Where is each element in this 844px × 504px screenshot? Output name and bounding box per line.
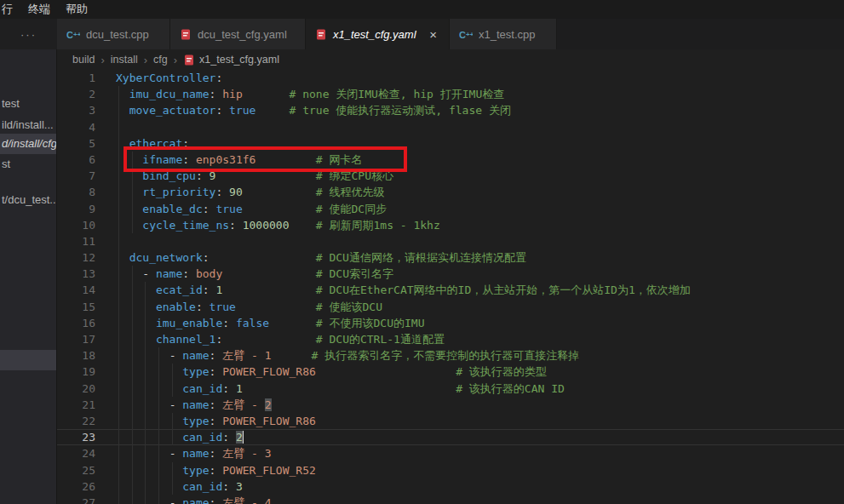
breadcrumb-segment[interactable]: cfg <box>153 54 168 66</box>
line-number: 1 <box>57 70 116 86</box>
indent-guide <box>145 413 146 429</box>
code-line[interactable]: 12 dcu_network: # DCU通信网络，请根据实机连接情况配置 <box>57 249 844 266</box>
breadcrumb-file[interactable]: x1_test_cfg.yaml <box>183 54 279 66</box>
line-number: 14 <box>57 282 116 298</box>
editor-pane: build›install›cfg›x1_test_cfg.yaml 1Xybe… <box>57 49 844 504</box>
code-area[interactable]: 1XyberController:2 imu_dcu_name: hip # n… <box>57 70 844 504</box>
line-number: 8 <box>57 184 116 200</box>
code-line[interactable]: 14 ecat_id: 1 # DCU在EtherCAT网络中的ID，从主站开始… <box>57 282 844 298</box>
editor-tab[interactable]: C++x1_test.cpp <box>450 19 557 49</box>
indent-guide <box>118 201 119 217</box>
code-line[interactable]: 18 - name: 左臂 - 1 # 执行器索引名字，不需要控制的执行器可直接… <box>57 347 844 364</box>
tab-bar: ··· C++dcu_test.cppdcu_test_cfg.yamlx1_t… <box>0 19 844 49</box>
code-line[interactable]: 8 rt_priority: 90 # 线程优先级 <box>57 184 844 200</box>
code-line[interactable]: 16 imu_enable: false # 不使用该DCU的IMU <box>57 315 844 331</box>
side-panel-item[interactable]: d/install/cfg <box>0 134 57 154</box>
code-line[interactable]: 13 - name: body # DCU索引名字 <box>57 266 844 282</box>
code-line-text: bind_cpu: 9 # 绑定CPU核心 <box>116 168 844 184</box>
code-line[interactable]: 17 channel_1: # DCU的CTRL-1通道配置 <box>57 331 844 347</box>
editor-tab[interactable]: C++dcu_test.cpp <box>57 19 170 49</box>
side-panel-item[interactable]: test <box>0 94 57 114</box>
indent-guide <box>132 217 133 233</box>
line-number: 7 <box>57 168 116 184</box>
menu-item[interactable]: 终端 <box>20 0 58 19</box>
line-number: 5 <box>57 135 116 152</box>
side-panel-item[interactable] <box>0 350 57 370</box>
code-line[interactable]: 20 can_id: 1 # 该执行器的CAN ID <box>57 381 844 397</box>
code-line-text <box>116 233 844 249</box>
indent-guide <box>118 495 119 504</box>
indent-guide <box>172 364 173 380</box>
code-line[interactable]: 2 imu_dcu_name: hip # none 关闭IMU检查, hip … <box>57 86 844 102</box>
code-line[interactable]: 21 - name: 左臂 - 2 <box>57 397 844 413</box>
code-line[interactable]: 10 cycle_time_ns: 1000000 # 刷新周期1ms - 1k… <box>57 217 844 233</box>
code-line[interactable]: 7 bind_cpu: 9 # 绑定CPU核心 <box>57 168 844 184</box>
indent-guide <box>145 462 146 478</box>
indent-guide <box>172 381 173 397</box>
indent-guide <box>145 299 146 315</box>
indent-guide <box>118 168 119 184</box>
tab-label: x1_test.cpp <box>479 28 536 41</box>
indent-guide <box>145 364 146 380</box>
side-panel-item[interactable]: ild/install... <box>0 115 57 135</box>
indent-guide <box>158 478 159 495</box>
indent-guide <box>118 249 119 266</box>
code-line-text: imu_enable: false # 不使用该DCU的IMU <box>116 315 844 331</box>
menu-item[interactable]: 行 <box>0 0 20 19</box>
code-line[interactable]: 3 move_actuator: true # true 使能执行器运动测试, … <box>57 102 844 118</box>
code-line[interactable]: 4 <box>57 119 844 135</box>
tab-overflow-button[interactable]: ··· <box>0 19 57 49</box>
indent-guide <box>132 184 133 200</box>
cpp-file-icon: C++ <box>66 28 80 41</box>
indent-guide <box>145 429 146 445</box>
indent-guide <box>118 429 119 445</box>
indent-guide <box>145 282 146 298</box>
breadcrumb-segment[interactable]: install <box>111 54 138 66</box>
code-line-text: cycle_time_ns: 1000000 # 刷新周期1ms - 1khz <box>116 217 844 233</box>
code-line-text: - name: 左臂 - 3 <box>116 445 844 461</box>
yaml-file-icon <box>183 54 195 66</box>
code-line[interactable]: 6 ifname: enp0s31f6 # 网卡名 <box>57 152 844 168</box>
side-panel-item[interactable]: st <box>0 154 57 175</box>
editor-tab[interactable]: x1_test_cfg.yaml× <box>306 19 450 49</box>
code-line[interactable]: 27 - name: 左臂 - 4 <box>57 495 844 504</box>
indent-guide <box>132 152 133 168</box>
indent-guide <box>118 135 119 152</box>
code-line[interactable]: 9 enable_dc: true # 使能DC同步 <box>57 201 844 217</box>
side-panel-item[interactable]: t/dcu_test... <box>0 190 57 210</box>
menu-item[interactable]: 帮助 <box>58 0 95 19</box>
code-line[interactable]: 24 - name: 左臂 - 3 <box>57 445 844 461</box>
tab-label: dcu_test.cpp <box>86 28 149 41</box>
indent-guide <box>118 233 119 249</box>
code-line[interactable]: 25 type: POWER_FLOW_R52 <box>57 462 844 478</box>
code-line-text: XyberController: <box>116 70 844 86</box>
code-line[interactable]: 15 enable: true # 使能该DCU <box>57 299 844 315</box>
code-line-text: can_id: 1 # 该执行器的CAN ID <box>116 381 844 397</box>
indent-guide <box>132 462 133 478</box>
indent-guide <box>145 445 146 461</box>
code-line-text <box>116 119 844 135</box>
code-line-text: imu_dcu_name: hip # none 关闭IMU检查, hip 打开… <box>116 86 844 102</box>
indent-guide <box>118 347 119 364</box>
indent-guide <box>172 462 173 478</box>
code-line[interactable]: 26 can_id: 3 <box>57 478 844 495</box>
code-line[interactable]: 5 ethercat: <box>57 135 844 152</box>
code-line-text: enable_dc: true # 使能DC同步 <box>116 201 844 217</box>
cpp-file-icon: C++ <box>459 28 473 41</box>
code-line[interactable]: 23 can_id: 2 <box>57 429 844 445</box>
editor-tab[interactable]: dcu_test_cfg.yaml <box>170 19 306 49</box>
code-line[interactable]: 1XyberController: <box>57 70 844 86</box>
indent-guide <box>118 299 119 315</box>
line-number: 20 <box>57 381 116 397</box>
code-line[interactable]: 22 type: POWER_FLOW_R86 <box>57 413 844 429</box>
indent-guide <box>158 381 159 397</box>
line-number: 15 <box>57 299 116 315</box>
close-icon[interactable]: × <box>427 27 439 42</box>
breadcrumb-segment[interactable]: build <box>72 54 95 66</box>
indent-guide <box>118 445 119 461</box>
indent-guide <box>132 413 133 429</box>
code-line[interactable]: 19 type: POWER_FLOW_R86 # 该执行器的类型 <box>57 364 844 380</box>
indent-guide <box>132 315 133 331</box>
line-number: 18 <box>57 347 116 364</box>
code-line[interactable]: 11 <box>57 233 844 249</box>
